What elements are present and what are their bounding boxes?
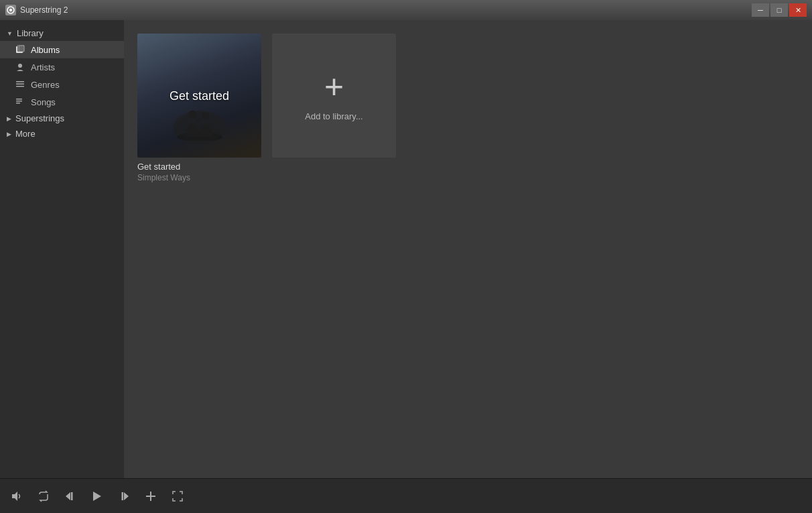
more-section-header[interactable]: ▶ More (0, 126, 124, 141)
svg-marker-15 (12, 492, 17, 501)
close-button[interactable]: ✕ (789, 3, 807, 17)
svg-rect-8 (16, 86, 24, 87)
prev-button[interactable] (62, 488, 79, 505)
svg-point-12 (177, 132, 222, 141)
svg-rect-17 (71, 492, 73, 500)
silhouette-icon (176, 101, 223, 141)
sidebar-item-genres[interactable]: Genres (0, 76, 124, 93)
library-arrow-icon: ▼ (7, 30, 13, 37)
svg-rect-20 (122, 492, 124, 500)
fullscreen-icon (172, 490, 184, 502)
album-cover: Get started (137, 34, 261, 158)
prev-icon (64, 490, 76, 502)
album-title-overlay: Get started (170, 89, 229, 103)
album-info: Get started Simplest Ways (137, 162, 261, 182)
superstrings-arrow-icon: ▶ (7, 115, 11, 122)
main-layout: ▼ Library Albums Artists (0, 20, 812, 478)
play-icon (91, 490, 103, 502)
svg-rect-11 (16, 103, 20, 104)
sidebar: ▼ Library Albums Artists (0, 20, 124, 478)
album-card-get-started[interactable]: Get started Get started Simplest Ways (137, 34, 261, 182)
album-icon (15, 44, 25, 55)
add-to-library-button[interactable]: + Add to library... (272, 34, 396, 158)
svg-rect-6 (16, 81, 24, 82)
library-label: Library (17, 28, 44, 38)
sidebar-item-artists[interactable]: Artists (0, 58, 124, 76)
svg-point-1 (9, 9, 12, 11)
song-icon (15, 97, 25, 107)
repeat-button[interactable] (35, 488, 52, 505)
svg-point-14 (202, 112, 209, 119)
album-artist: Simplest Ways (137, 173, 261, 182)
genre-icon (15, 79, 25, 90)
artists-label: Artists (31, 62, 55, 72)
superstrings-section-header[interactable]: ▶ Superstrings (0, 111, 124, 126)
svg-rect-7 (16, 84, 24, 85)
volume-icon (11, 490, 23, 502)
sidebar-item-albums[interactable]: Albums (0, 41, 124, 58)
library-section-header[interactable]: ▼ Library (0, 25, 124, 41)
svg-point-5 (18, 64, 22, 68)
albums-label: Albums (31, 45, 60, 55)
window-controls: ─ □ ✕ (752, 3, 807, 17)
title-bar-left: Superstring 2 (5, 5, 68, 15)
maximize-button[interactable]: □ (770, 3, 788, 17)
svg-marker-18 (93, 492, 101, 501)
svg-rect-22 (146, 496, 155, 497)
minimize-button[interactable]: ─ (752, 3, 769, 17)
svg-rect-4 (19, 46, 24, 52)
album-name: Get started (137, 162, 261, 172)
more-arrow-icon: ▶ (7, 131, 11, 137)
album-art: Get started (137, 34, 261, 158)
plus-icon (145, 490, 157, 502)
fullscreen-button[interactable] (169, 488, 186, 505)
svg-rect-10 (16, 101, 22, 102)
svg-marker-16 (66, 492, 70, 500)
app-icon (5, 5, 16, 15)
genres-label: Genres (31, 80, 60, 90)
add-label: Add to library... (305, 111, 362, 121)
title-bar: Superstring 2 ─ □ ✕ (0, 0, 812, 20)
next-button[interactable] (115, 488, 133, 505)
superstrings-label: Superstrings (15, 113, 64, 123)
repeat-icon (38, 490, 50, 502)
add-to-library-wrapper: + Add to library... (272, 34, 396, 182)
sidebar-item-songs[interactable]: Songs (0, 93, 124, 111)
albums-grid: Get started Get started Simplest Ways + … (137, 34, 799, 182)
player-bar (0, 478, 812, 513)
next-icon (118, 490, 130, 502)
svg-point-13 (188, 111, 196, 119)
play-button[interactable] (88, 488, 106, 505)
volume-button[interactable] (8, 488, 25, 505)
add-button[interactable] (142, 488, 159, 505)
more-label: More (15, 129, 36, 139)
svg-marker-19 (124, 492, 129, 500)
app-title: Superstring 2 (20, 5, 68, 15)
songs-label: Songs (31, 97, 56, 107)
svg-rect-9 (16, 99, 22, 100)
artist-icon (15, 62, 25, 72)
add-icon: + (324, 70, 344, 103)
content-area: Get started Get started Simplest Ways + … (124, 20, 812, 478)
